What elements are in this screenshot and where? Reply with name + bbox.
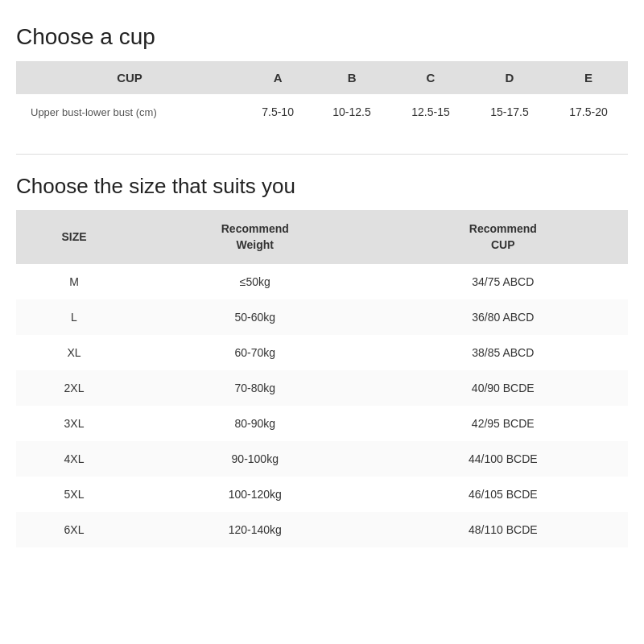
size-table-cell: 40/90 BCDE: [378, 370, 628, 406]
cup-table-header-c: C: [391, 61, 470, 94]
cup-table-cell: 10-12.5: [312, 94, 391, 130]
cup-table-cell: 12.5-15: [391, 94, 470, 130]
size-table-cell: 38/85 ABCD: [378, 335, 628, 370]
section-divider: [16, 154, 628, 155]
size-table-cell: 120-140kg: [132, 512, 378, 547]
cup-table-header-b: B: [312, 61, 391, 94]
size-table-cell: 80-90kg: [132, 406, 378, 441]
size-section-title: Choose the size that suits you: [16, 174, 628, 199]
cup-table-cell: 7.5-10: [243, 94, 312, 130]
size-table-row: 5XL100-120kg46/105 BCDE: [16, 477, 628, 512]
size-table-row: XL60-70kg38/85 ABCD: [16, 335, 628, 370]
size-table-cell: 90-100kg: [132, 441, 378, 477]
size-table-cell: 100-120kg: [132, 477, 378, 512]
size-table-cell: 70-80kg: [132, 370, 378, 406]
size-table-header-row: SIZERecommendWeightRecommendCUP: [16, 210, 628, 264]
size-table-header: SIZE: [16, 210, 132, 264]
size-table-cell: 6XL: [16, 512, 132, 547]
size-table-row: 3XL80-90kg42/95 BCDE: [16, 406, 628, 441]
cup-table-header-a: A: [243, 61, 312, 94]
size-table-row: M≤50kg34/75 ABCD: [16, 264, 628, 299]
cup-table-cell: Upper bust-lower bust (cm): [16, 94, 243, 130]
size-table-row: 6XL120-140kg48/110 BCDE: [16, 512, 628, 547]
cup-table: CUPABCDE Upper bust-lower bust (cm)7.5-1…: [16, 61, 628, 130]
cup-table-header-row: CUPABCDE: [16, 61, 628, 94]
cup-table-header-d: D: [470, 61, 549, 94]
size-table-cell: 5XL: [16, 477, 132, 512]
size-table-row: L50-60kg36/80 ABCD: [16, 299, 628, 335]
size-table-cell: 50-60kg: [132, 299, 378, 335]
size-table-header: RecommendCUP: [378, 210, 628, 264]
size-table-cell: 42/95 BCDE: [378, 406, 628, 441]
size-table-cell: XL: [16, 335, 132, 370]
size-table-header: RecommendWeight: [132, 210, 378, 264]
size-table-cell: M: [16, 264, 132, 299]
size-table-cell: 34/75 ABCD: [378, 264, 628, 299]
size-table-cell: 4XL: [16, 441, 132, 477]
size-table-row: 2XL70-80kg40/90 BCDE: [16, 370, 628, 406]
cup-table-header-e: E: [549, 61, 628, 94]
size-table-cell: 60-70kg: [132, 335, 378, 370]
size-table-cell: 2XL: [16, 370, 132, 406]
cup-table-row: Upper bust-lower bust (cm)7.5-1010-12.51…: [16, 94, 628, 130]
size-table-cell: 36/80 ABCD: [378, 299, 628, 335]
size-table-cell: 46/105 BCDE: [378, 477, 628, 512]
cup-section-title: Choose a cup: [16, 24, 628, 50]
size-table-cell: ≤50kg: [132, 264, 378, 299]
size-table-cell: 44/100 BCDE: [378, 441, 628, 477]
cup-table-cell: 15-17.5: [470, 94, 549, 130]
cup-table-header-cup: CUP: [16, 61, 243, 94]
cup-table-cell: 17.5-20: [549, 94, 628, 130]
size-table: SIZERecommendWeightRecommendCUP M≤50kg34…: [16, 210, 628, 547]
size-table-cell: L: [16, 299, 132, 335]
size-table-cell: 3XL: [16, 406, 132, 441]
size-table-row: 4XL90-100kg44/100 BCDE: [16, 441, 628, 477]
size-table-cell: 48/110 BCDE: [378, 512, 628, 547]
